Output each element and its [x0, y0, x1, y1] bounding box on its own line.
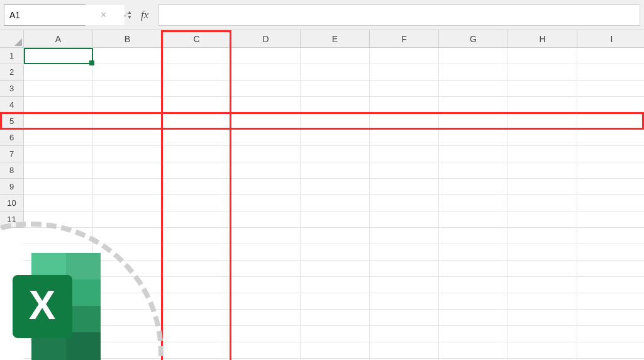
cell[interactable] [24, 261, 93, 277]
cell[interactable] [231, 97, 301, 113]
cell[interactable] [301, 310, 370, 326]
cell[interactable] [577, 342, 644, 359]
cell[interactable] [93, 195, 162, 211]
row-header-8[interactable]: 8 [0, 162, 23, 179]
cell[interactable] [93, 81, 162, 97]
cell[interactable] [93, 277, 162, 293]
cell[interactable] [370, 228, 439, 244]
cell[interactable] [24, 244, 93, 261]
cell[interactable] [301, 277, 370, 293]
cell[interactable] [93, 342, 162, 359]
cell[interactable] [370, 162, 439, 179]
cell[interactable] [508, 342, 577, 359]
cell[interactable] [577, 310, 644, 326]
cell[interactable] [24, 162, 93, 179]
cell[interactable] [370, 195, 439, 211]
cell[interactable] [162, 261, 231, 277]
cell[interactable] [24, 211, 93, 228]
cell[interactable] [508, 211, 577, 228]
cell[interactable] [24, 113, 93, 130]
cell[interactable] [162, 64, 231, 81]
cell[interactable] [162, 277, 231, 293]
cell[interactable] [577, 113, 644, 130]
cell[interactable] [301, 48, 370, 64]
cell[interactable] [93, 228, 162, 244]
cell[interactable] [577, 228, 644, 244]
row-header-9[interactable]: 9 [0, 179, 23, 195]
cell[interactable] [439, 310, 508, 326]
cell[interactable] [162, 48, 231, 64]
insert-function-button[interactable]: fx [141, 9, 148, 21]
cell[interactable] [370, 244, 439, 261]
cell[interactable] [301, 162, 370, 179]
cell[interactable] [162, 310, 231, 326]
cell[interactable] [93, 244, 162, 261]
cell[interactable] [577, 293, 644, 310]
cancel-formula-button[interactable]: ✕ [96, 8, 111, 23]
cell[interactable] [231, 130, 301, 146]
cell[interactable] [577, 244, 644, 261]
cell[interactable] [577, 162, 644, 179]
cell[interactable] [439, 342, 508, 359]
cell[interactable] [370, 211, 439, 228]
cell[interactable] [301, 326, 370, 342]
cell[interactable] [162, 228, 231, 244]
row-header-5[interactable]: 5 [0, 113, 23, 130]
cell[interactable] [93, 64, 162, 81]
cell[interactable] [577, 326, 644, 342]
cell[interactable] [439, 64, 508, 81]
cell[interactable] [508, 113, 577, 130]
cell[interactable] [93, 179, 162, 195]
cell[interactable] [93, 130, 162, 146]
cell[interactable] [508, 244, 577, 261]
cell[interactable] [301, 211, 370, 228]
cell[interactable] [231, 261, 301, 277]
cell[interactable] [231, 48, 301, 64]
cell[interactable] [231, 162, 301, 179]
cell[interactable] [439, 228, 508, 244]
cell[interactable] [577, 48, 644, 64]
cell[interactable] [162, 179, 231, 195]
cell[interactable] [231, 228, 301, 244]
cell[interactable] [508, 130, 577, 146]
cell[interactable] [577, 277, 644, 293]
cell[interactable] [231, 179, 301, 195]
cell[interactable] [439, 48, 508, 64]
cell[interactable] [577, 97, 644, 113]
cell[interactable] [162, 342, 231, 359]
cell[interactable] [24, 130, 93, 146]
cell[interactable] [162, 211, 231, 228]
cell[interactable] [162, 195, 231, 211]
column-header-D[interactable]: D [231, 30, 301, 47]
cell[interactable] [439, 195, 508, 211]
cell[interactable] [439, 113, 508, 130]
cell[interactable] [24, 310, 93, 326]
cell[interactable] [301, 64, 370, 81]
select-all-corner[interactable] [0, 30, 24, 48]
cell[interactable] [370, 326, 439, 342]
cell[interactable] [162, 162, 231, 179]
column-header-C[interactable]: C [162, 30, 231, 47]
column-header-E[interactable]: E [301, 30, 370, 47]
cell[interactable] [508, 48, 577, 64]
cell[interactable] [508, 228, 577, 244]
cell[interactable] [439, 146, 508, 162]
cell[interactable] [93, 162, 162, 179]
cell[interactable] [439, 326, 508, 342]
cell[interactable] [231, 277, 301, 293]
cell[interactable] [508, 310, 577, 326]
cell[interactable] [231, 211, 301, 228]
cell[interactable] [370, 277, 439, 293]
cell[interactable] [508, 277, 577, 293]
cell[interactable] [370, 179, 439, 195]
cell[interactable] [93, 293, 162, 310]
cell[interactable] [370, 130, 439, 146]
row-header-6[interactable]: 6 [0, 130, 23, 146]
cell[interactable] [231, 81, 301, 97]
cell[interactable] [301, 113, 370, 130]
row-header-7[interactable]: 7 [0, 146, 23, 162]
cell[interactable] [301, 81, 370, 97]
cell[interactable] [439, 97, 508, 113]
cell[interactable] [231, 310, 301, 326]
cell[interactable] [508, 64, 577, 81]
